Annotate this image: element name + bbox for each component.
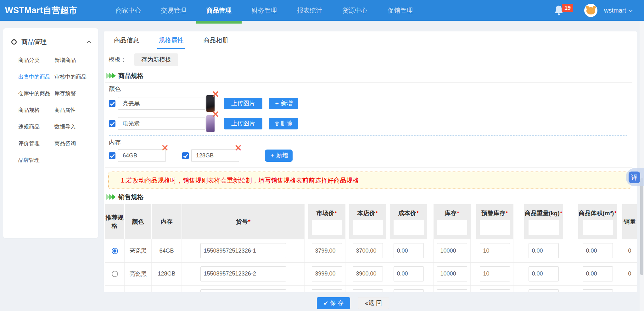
tab-goods-album[interactable]: 商品相册 <box>194 31 237 49</box>
plus-icon: ＋ <box>274 99 280 107</box>
nav-item-trade-management[interactable]: 交易管理 <box>151 0 196 21</box>
upload-image-button[interactable]: 上传图片 <box>224 118 262 129</box>
sidebar-group-header[interactable]: 商品管理 <box>3 28 98 46</box>
memory-value-input[interactable] <box>118 149 166 162</box>
remove-color-icon[interactable]: × <box>212 111 220 117</box>
memory-checkbox[interactable] <box>182 152 189 159</box>
avatar-face-icon <box>586 7 595 14</box>
sidebar-item-goods-category[interactable]: 商品分类 <box>18 52 54 68</box>
sidebar-item-goods-consult[interactable]: 商品咨询 <box>54 135 105 152</box>
cost-price-batch-input[interactable] <box>394 220 424 235</box>
stock-input[interactable] <box>437 266 467 281</box>
cell-memory: 64GB <box>152 239 182 262</box>
sidebar-item-goods-spec[interactable]: 商品规格 <box>18 102 54 118</box>
cell-sales-volume: 0 <box>622 239 637 262</box>
plus-icon: ＋ <box>269 151 275 160</box>
sidebar-item-data-import[interactable]: 数据导入 <box>54 118 105 135</box>
nav-item-supply-center[interactable]: 货源中心 <box>332 0 378 21</box>
cost-price-input[interactable] <box>394 243 424 258</box>
volume-input[interactable] <box>583 266 613 281</box>
page-scrollbar-track[interactable] <box>640 21 644 311</box>
sku-input[interactable] <box>200 266 286 281</box>
col-cost-price: 成本价* <box>390 204 427 239</box>
sidebar-item-goods-in-warehouse[interactable]: 仓库中的商品 <box>18 85 54 102</box>
market-price-input[interactable] <box>312 289 342 292</box>
sidebar-item-add-goods[interactable]: 新增商品 <box>54 52 105 68</box>
volume-input[interactable] <box>583 289 613 292</box>
warn-stock-input[interactable] <box>480 243 510 258</box>
chevron-up-icon[interactable] <box>87 41 91 45</box>
tab-goods-info[interactable]: 商品信息 <box>105 31 148 49</box>
weight-input[interactable] <box>529 266 559 281</box>
warn-stock-batch-input[interactable] <box>480 220 510 235</box>
back-button[interactable]: «返 回 <box>358 297 389 309</box>
sidebar-item-goods-under-review[interactable]: 审核中的商品 <box>54 68 105 85</box>
save-as-template-button[interactable]: 存为新模板 <box>134 53 178 66</box>
color-name-input[interactable] <box>118 97 205 110</box>
back-arrow-icon: « <box>365 300 368 306</box>
market-price-batch-input[interactable] <box>312 220 342 235</box>
sku-input[interactable] <box>200 289 286 292</box>
notification-badge[interactable]: 19 <box>562 4 573 12</box>
nav-item-report-statistics[interactable]: 报表统计 <box>287 0 332 21</box>
sku-input[interactable] <box>200 243 286 258</box>
nav-item-goods-management[interactable]: 商品管理 <box>196 0 242 21</box>
sidebar-item-brand-management[interactable]: 品牌管理 <box>18 152 54 168</box>
upload-image-button[interactable]: 上传图片 <box>224 98 262 109</box>
cost-price-input[interactable] <box>394 266 424 281</box>
volume-batch-input[interactable] <box>583 220 613 235</box>
spec-box: 颜色 × 上传图片 ＋新增 × 上传图片 删除 内存 <box>105 82 632 168</box>
top-header: WSTMart自营超市 商家中心 交易管理 商品管理 财务管理 报表统计 货源中… <box>0 0 644 21</box>
sidebar-item-goods-on-sale[interactable]: 出售中的商品 <box>18 68 54 85</box>
market-price-input[interactable] <box>312 266 342 281</box>
color-thumbnail[interactable]: × <box>206 115 215 132</box>
template-row: 模板： 存为新模板 <box>109 53 637 66</box>
translate-icon[interactable]: 译 <box>629 172 640 183</box>
cell-color <box>125 285 152 292</box>
market-price-input[interactable] <box>312 243 342 258</box>
nav-item-promotion-management[interactable]: 促销管理 <box>378 0 423 21</box>
color-name-input[interactable] <box>118 117 205 130</box>
remove-memory-icon[interactable]: × <box>161 145 169 151</box>
add-memory-button[interactable]: ＋新增 <box>265 150 293 162</box>
memory-value-input[interactable] <box>191 149 239 162</box>
remove-color-icon[interactable]: × <box>212 91 220 97</box>
volume-input[interactable] <box>583 243 613 258</box>
page-scrollbar-thumb[interactable] <box>640 178 643 275</box>
recommend-radio[interactable] <box>112 271 118 277</box>
sidebar-item-goods-attribute[interactable]: 商品属性 <box>54 102 105 118</box>
remove-memory-icon[interactable]: × <box>234 145 242 151</box>
sidebar-item-review-management[interactable]: 评价管理 <box>18 135 54 152</box>
sidebar-item-stock-warning[interactable]: 库存预警 <box>54 85 105 102</box>
warn-stock-input[interactable] <box>480 289 510 292</box>
sidebar-item-violation-goods[interactable]: 违规商品 <box>18 118 54 135</box>
shop-price-input[interactable] <box>353 289 383 292</box>
translate-widget[interactable]: 译 <box>626 168 644 186</box>
memory-checkbox[interactable] <box>109 152 115 159</box>
stock-batch-input[interactable] <box>437 220 467 235</box>
tab-spec-attribute[interactable]: 规格属性 <box>150 31 193 49</box>
recommend-radio[interactable] <box>112 248 118 254</box>
color-checkbox[interactable] <box>109 120 115 127</box>
weight-batch-input[interactable] <box>529 220 559 235</box>
cell-color: 亮瓷黑 <box>125 262 152 285</box>
stock-input[interactable] <box>437 289 467 292</box>
weight-input[interactable] <box>529 289 559 292</box>
shop-price-input[interactable] <box>353 266 383 281</box>
nav-item-merchant-center[interactable]: 商家中心 <box>106 0 151 21</box>
shop-price-input[interactable] <box>353 243 383 258</box>
cost-price-input[interactable] <box>394 289 424 292</box>
nav-item-finance-management[interactable]: 财务管理 <box>242 0 287 21</box>
add-color-button[interactable]: ＋新增 <box>269 98 298 109</box>
stock-input[interactable] <box>437 243 467 258</box>
weight-input[interactable] <box>529 243 559 258</box>
warn-stock-input[interactable] <box>480 266 510 281</box>
user-avatar[interactable] <box>584 4 597 17</box>
main-panel: 商品信息 规格属性 商品相册 模板： 存为新模板 商品规格 颜色 × 上传图片 … <box>104 31 637 292</box>
shop-price-batch-input[interactable] <box>353 220 383 235</box>
save-button[interactable]: ✔保 存 <box>317 297 350 309</box>
delete-color-button[interactable]: 删除 <box>269 118 298 129</box>
user-menu[interactable]: wstmart <box>604 0 632 21</box>
color-checkbox[interactable] <box>109 100 115 107</box>
sidebar: 商品管理 商品分类 新增商品 出售中的商品 审核中的商品 仓库中的商品 库存预警… <box>3 28 98 238</box>
